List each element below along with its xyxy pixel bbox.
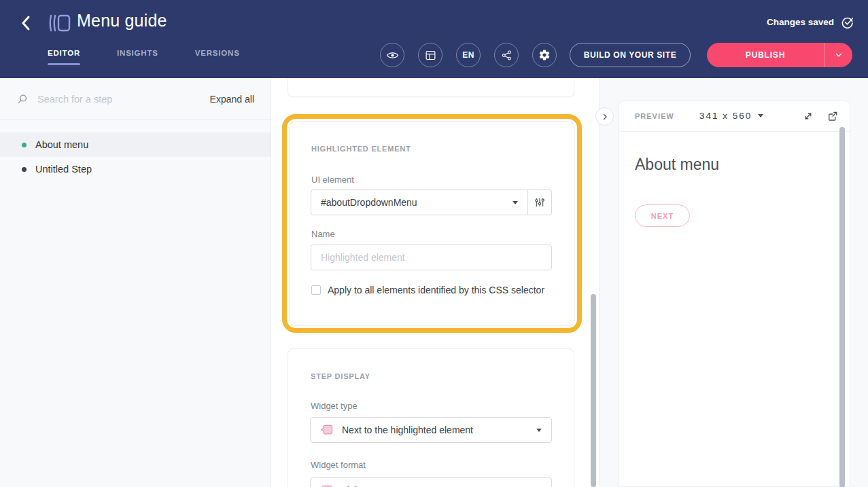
highlighted-element-name-input[interactable] bbox=[311, 245, 552, 270]
preview-header: PREVIEW 341 x 560 bbox=[619, 101, 850, 132]
section-title: STEP DISPLAY bbox=[311, 372, 370, 380]
header-action-icons: EN bbox=[380, 43, 557, 67]
share-icon bbox=[501, 50, 513, 61]
tab-insights-label: INSIGHTS bbox=[117, 49, 158, 57]
top-header: Menu guide Changes saved EDITOR INSIGHTS… bbox=[0, 0, 868, 78]
gear-icon bbox=[538, 49, 551, 61]
chevron-down-icon bbox=[834, 50, 844, 60]
chevron-right-icon bbox=[601, 113, 609, 121]
step-editor-panel: HIGHLIGHTED ELEMENT UI element #aboutDro… bbox=[271, 78, 600, 487]
publish-options-button[interactable] bbox=[824, 43, 852, 67]
step-item-untitled-step[interactable]: Untitled Step bbox=[0, 157, 271, 181]
highlighted-element-card: HIGHLIGHTED ELEMENT UI element #aboutDro… bbox=[289, 121, 575, 326]
tab-versions[interactable]: VERSIONS bbox=[195, 49, 240, 65]
ui-element-value: #aboutDropdownMenu bbox=[321, 197, 513, 208]
preview-eye-button[interactable] bbox=[380, 43, 404, 67]
expand-preview-button[interactable] bbox=[802, 110, 814, 125]
step-list: About menu Untitled Step bbox=[0, 132, 271, 181]
ui-element-select-group: #aboutDropdownMenu bbox=[311, 190, 552, 215]
step-display-card: STEP DISPLAY Widget type Next to the hig… bbox=[288, 348, 574, 487]
widget-type-label: Widget type bbox=[311, 401, 358, 411]
build-on-your-site-button[interactable]: BUILD ON YOUR SITE bbox=[570, 43, 691, 67]
preview-scrollbar-thumb[interactable] bbox=[839, 127, 845, 487]
changes-saved-label: Changes saved bbox=[767, 17, 834, 27]
widget-type-select[interactable]: Next to the highlighted element bbox=[310, 417, 552, 443]
preview-step-heading: About menu bbox=[635, 156, 719, 174]
header-tabs: EDITOR INSIGHTS VERSIONS bbox=[48, 49, 240, 65]
settings-button[interactable] bbox=[532, 43, 557, 67]
tour-steps-logo-icon bbox=[48, 12, 72, 34]
preview-title: PREVIEW bbox=[635, 112, 674, 120]
preview-next-button[interactable]: NEXT bbox=[635, 204, 690, 227]
expand-all-link[interactable]: Expand all bbox=[210, 94, 254, 105]
sliders-icon bbox=[534, 197, 545, 208]
widget-type-value: Next to the highlighted element bbox=[342, 425, 536, 435]
preview-panel: PREVIEW 341 x 560 bbox=[619, 101, 850, 487]
tab-editor-label: EDITOR bbox=[48, 49, 80, 57]
format-bubble-icon bbox=[320, 484, 334, 487]
previous-settings-card-partial bbox=[288, 78, 574, 97]
publish-button[interactable]: PUBLISH bbox=[707, 43, 824, 67]
open-in-new-window-button[interactable] bbox=[827, 110, 839, 125]
page-title: Menu guide bbox=[77, 11, 167, 31]
publish-split-button: PUBLISH bbox=[707, 43, 852, 67]
widget-format-select[interactable]: Light bbox=[310, 477, 552, 487]
steps-sidebar: Expand all About menu Untitled Step bbox=[0, 78, 271, 487]
tooltip-bubble-icon bbox=[320, 423, 334, 437]
search-icon bbox=[16, 93, 29, 105]
back-button[interactable] bbox=[16, 13, 35, 33]
tab-insights[interactable]: INSIGHTS bbox=[117, 49, 158, 65]
apply-all-checkbox[interactable] bbox=[311, 285, 321, 295]
expand-diagonal-icon bbox=[802, 110, 814, 122]
layout-icon bbox=[425, 50, 436, 61]
preview-size-select[interactable]: 341 x 560 bbox=[699, 111, 763, 121]
tab-editor[interactable]: EDITOR bbox=[48, 49, 80, 65]
body-area: Expand all About menu Untitled Step HIGH… bbox=[0, 78, 868, 487]
eye-icon bbox=[386, 49, 399, 62]
chevron-down-icon bbox=[758, 114, 763, 118]
open-in-new-icon bbox=[827, 110, 839, 122]
apply-all-checkbox-row: Apply to all elements identified by this… bbox=[311, 285, 544, 295]
step-item-about-menu[interactable]: About menu bbox=[0, 132, 271, 157]
widget-format-label: Widget format bbox=[311, 460, 366, 470]
step-search-row: Expand all bbox=[0, 78, 271, 120]
highlighted-section-outline: HIGHLIGHTED ELEMENT UI element #aboutDro… bbox=[282, 114, 582, 333]
section-title: HIGHLIGHTED ELEMENT bbox=[311, 145, 411, 153]
step-label: Untitled Step bbox=[35, 164, 92, 175]
chevron-down-icon bbox=[513, 201, 518, 204]
editor-scrollbar-thumb[interactable] bbox=[591, 294, 596, 487]
chevron-down-icon bbox=[536, 429, 542, 432]
tab-versions-label: VERSIONS bbox=[195, 49, 240, 57]
app-window: Menu guide Changes saved EDITOR INSIGHTS… bbox=[0, 0, 868, 487]
collapse-preview-button[interactable] bbox=[595, 107, 614, 126]
layout-button[interactable] bbox=[418, 43, 442, 67]
name-label: Name bbox=[311, 229, 335, 239]
search-step-input[interactable] bbox=[37, 94, 210, 105]
apply-all-checkbox-label: Apply to all elements identified by this… bbox=[328, 285, 544, 295]
step-status-dot-dark bbox=[22, 167, 27, 172]
ui-element-select[interactable]: #aboutDropdownMenu bbox=[311, 190, 527, 215]
chevron-left-icon bbox=[20, 15, 31, 31]
active-tab-underline bbox=[48, 63, 80, 65]
ui-element-label: UI element bbox=[311, 175, 354, 185]
selector-settings-button[interactable] bbox=[527, 190, 551, 215]
preview-size-value: 341 x 560 bbox=[699, 111, 752, 121]
language-button[interactable]: EN bbox=[456, 43, 481, 67]
step-label: About menu bbox=[35, 139, 88, 150]
preview-area: PREVIEW 341 x 560 bbox=[600, 78, 868, 487]
step-status-dot-green bbox=[22, 143, 27, 147]
check-circle-icon bbox=[841, 16, 854, 29]
share-button[interactable] bbox=[494, 43, 519, 67]
language-label: EN bbox=[462, 50, 474, 60]
changes-saved-status: Changes saved bbox=[767, 16, 854, 29]
